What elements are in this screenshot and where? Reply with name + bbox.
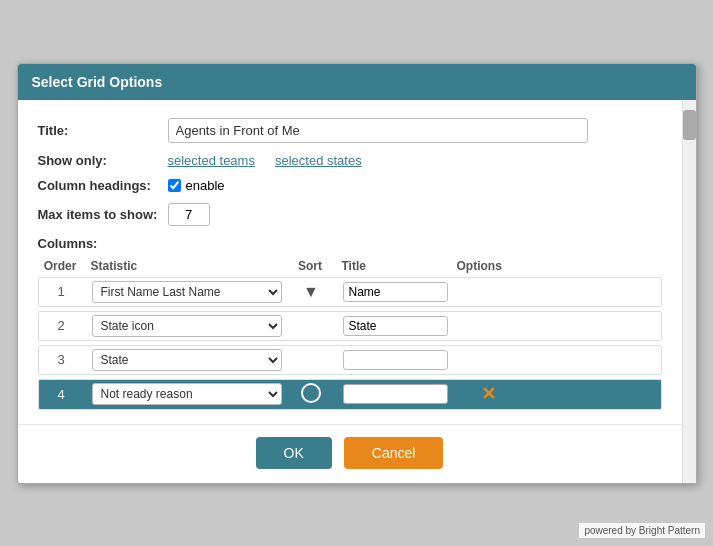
- row-order: 3: [39, 352, 84, 367]
- row-title-input[interactable]: [343, 282, 448, 302]
- grid-scroll-area: 1 First Name Last Name State icon State …: [38, 277, 662, 414]
- row-statistic: First Name Last Name State icon State No…: [84, 349, 284, 371]
- table-row: 2 First Name Last Name State icon State …: [38, 311, 662, 341]
- col-header-statistic: Statistic: [83, 259, 283, 273]
- statistic-select[interactable]: First Name Last Name State icon State No…: [92, 281, 282, 303]
- col-header-order: Order: [38, 259, 83, 273]
- ok-button[interactable]: OK: [256, 437, 332, 469]
- title-row: Title:: [38, 118, 662, 143]
- row-title-input[interactable]: [343, 384, 448, 404]
- sort-arrow: ▼: [284, 283, 339, 301]
- row-title-input[interactable]: [343, 350, 448, 370]
- enable-checkbox[interactable]: [168, 179, 181, 192]
- title-input[interactable]: [168, 118, 588, 143]
- row-order: 4: [39, 387, 84, 402]
- column-headings-row: Column headings: enable: [38, 178, 662, 193]
- select-grid-options-dialog: Select Grid Options Title: Show only: se…: [17, 63, 697, 484]
- row-title-area: [339, 350, 454, 370]
- scrollbar[interactable]: [682, 100, 696, 483]
- statistic-select[interactable]: First Name Last Name State icon State No…: [92, 349, 282, 371]
- max-items-input[interactable]: [168, 203, 210, 226]
- row-statistic: First Name Last Name State icon State No…: [84, 281, 284, 303]
- enable-label: enable: [186, 178, 225, 193]
- dialog-footer: OK Cancel: [18, 424, 682, 483]
- statistic-select[interactable]: First Name Last Name State icon State No…: [92, 383, 282, 405]
- sort-circle: [301, 383, 321, 403]
- selected-states-link[interactable]: selected states: [275, 153, 362, 168]
- max-items-row: Max items to show:: [38, 203, 662, 226]
- table-row: 4 First Name Last Name State icon State …: [38, 379, 662, 410]
- row-options: ✕: [454, 383, 524, 405]
- row-title-area: [339, 384, 454, 404]
- col-header-title: Title: [338, 259, 453, 273]
- table-row: 1 First Name Last Name State icon State …: [38, 277, 662, 307]
- table-row: 3 First Name Last Name State icon State …: [38, 345, 662, 375]
- col-header-sort: Sort: [283, 259, 338, 273]
- scrollbar-thumb: [683, 110, 696, 140]
- dialog-titlebar: Select Grid Options: [18, 64, 696, 100]
- row-title-area: [339, 282, 454, 302]
- row-statistic: First Name Last Name State icon State No…: [84, 315, 284, 337]
- show-only-label: Show only:: [38, 153, 168, 168]
- column-headings-label: Column headings:: [38, 178, 168, 193]
- row-statistic: First Name Last Name State icon State No…: [84, 383, 284, 405]
- dialog-title: Select Grid Options: [32, 74, 163, 90]
- columns-header: Order Statistic Sort Title Options: [38, 259, 662, 277]
- statistic-select[interactable]: First Name Last Name State icon State No…: [92, 315, 282, 337]
- cancel-button[interactable]: Cancel: [344, 437, 444, 469]
- row-order: 1: [39, 284, 84, 299]
- selected-teams-link[interactable]: selected teams: [168, 153, 255, 168]
- powered-by: powered by Bright Pattern: [579, 523, 705, 538]
- show-only-row: Show only: selected teams selected state…: [38, 153, 662, 168]
- sort-circle-area: [284, 383, 339, 406]
- max-items-label: Max items to show:: [38, 207, 168, 222]
- title-label: Title:: [38, 123, 168, 138]
- row-order: 2: [39, 318, 84, 333]
- enable-checkbox-area: enable: [168, 178, 225, 193]
- row-title-area: [339, 316, 454, 336]
- col-header-options: Options: [453, 259, 523, 273]
- columns-label: Columns:: [38, 236, 662, 251]
- delete-row-button[interactable]: ✕: [477, 383, 500, 405]
- row-title-input[interactable]: [343, 316, 448, 336]
